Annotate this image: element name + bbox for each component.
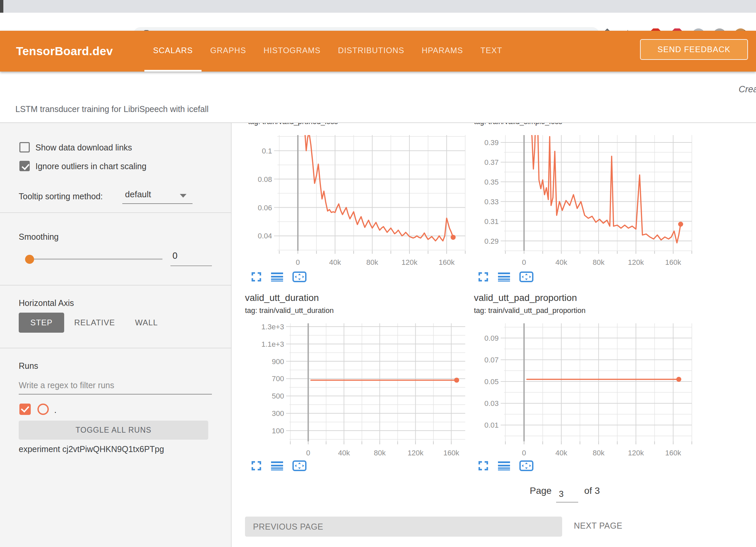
smoothing-value-input[interactable]: 0 [170, 250, 212, 266]
svg-text:0.35: 0.35 [484, 178, 499, 186]
fit-domain-icon[interactable] [292, 460, 306, 471]
svg-text:120k: 120k [401, 258, 418, 266]
settings-sidebar: Show data download links Ignore outliers… [0, 123, 232, 547]
svg-text:0: 0 [522, 449, 526, 457]
app-header: TensorBoard.dev SCALARSGRAPHSHISTOGRAMSD… [0, 31, 756, 72]
fit-domain-icon[interactable] [292, 271, 306, 282]
runs-filter-input[interactable]: Write a regex to filter runs [19, 379, 212, 395]
svg-text:80k: 80k [366, 258, 378, 266]
svg-text:0.01: 0.01 [484, 421, 499, 429]
run-color-circle-icon[interactable] [37, 404, 49, 415]
runs-label: Runs [19, 361, 38, 371]
show-download-links-checkbox[interactable] [19, 142, 30, 152]
chart2-toolbar [478, 271, 533, 282]
runs-filter-placeholder: Write a regex to filter runs [19, 380, 114, 390]
svg-text:120k: 120k [628, 258, 644, 266]
show-download-links-label: Show data download links [35, 143, 132, 152]
fit-domain-icon[interactable] [519, 460, 533, 471]
axis-step-button[interactable]: STEP [19, 313, 64, 333]
chart-valid-simple-loss[interactable]: 040k80k120k160k0.390.370.350.330.310.29 [504, 135, 692, 272]
tooltip-sorting-label: Tooltip sorting method: [19, 192, 103, 201]
chart4-toolbar [478, 460, 533, 471]
ignore-outliers-label: Ignore outliers in chart scaling [35, 161, 146, 171]
chart3-tag: tag: train/valid_utt_duration [245, 306, 334, 315]
svg-text:1.1e+3: 1.1e+3 [261, 340, 284, 348]
next-page-button[interactable]: NEXT PAGE [574, 521, 622, 531]
expand-chart-icon[interactable] [478, 272, 489, 282]
chart-canvas[interactable]: 040k80k120k160k0.10.080.060.04 [277, 135, 465, 271]
svg-text:80k: 80k [374, 449, 386, 457]
axis-relative-button[interactable]: RELATIVE [74, 313, 115, 333]
created-text-fragment: Crea [739, 84, 756, 95]
log-scale-icon[interactable] [498, 461, 510, 471]
svg-text:0.37: 0.37 [484, 158, 499, 167]
tab-graphs[interactable]: GRAPHS [202, 31, 255, 72]
toggle-all-runs-button[interactable]: TOGGLE ALL RUNS [19, 421, 208, 440]
svg-text:1.3e+3: 1.3e+3 [261, 323, 284, 331]
chart1-tag-clipped: tag: train/valid_pruned_loss [248, 123, 422, 132]
axis-wall-button[interactable]: WALL [135, 313, 158, 333]
sidebar-divider [0, 285, 232, 286]
svg-text:0.08: 0.08 [258, 175, 272, 184]
chart-canvas[interactable]: 040k80k120k160k1.3e+31.1e+39007005003001… [289, 323, 465, 461]
chart4-tag: tag: train/valid_utt_pad_proportion [474, 306, 586, 315]
svg-text:80k: 80k [593, 449, 605, 457]
svg-text:0.09: 0.09 [484, 334, 499, 342]
experiment-id-text: experiment cj2vtPiwQHKN9Q1tx6PTpg [19, 444, 164, 454]
svg-text:160k: 160k [665, 258, 681, 266]
svg-text:160k: 160k [438, 258, 455, 266]
page-number-input[interactable]: 3 [556, 487, 578, 503]
svg-text:0.06: 0.06 [258, 204, 272, 212]
tab-distributions[interactable]: DISTRIBUTIONS [329, 31, 413, 72]
chart-valid-pruned-loss[interactable]: 040k80k120k160k0.10.080.060.04 [277, 135, 465, 272]
expand-chart-icon[interactable] [478, 461, 489, 471]
svg-text:900: 900 [272, 357, 284, 366]
tab-hparams[interactable]: HPARAMS [413, 31, 472, 72]
browser-toolbar: ← → ↻ ⌂ tensorboard.dev/experiment/cj2vt… [0, 13, 756, 31]
log-scale-icon[interactable] [498, 272, 510, 282]
expand-chart-icon[interactable] [251, 272, 262, 282]
svg-text:0.39: 0.39 [484, 138, 499, 147]
tab-text[interactable]: TEXT [472, 31, 511, 72]
log-scale-icon[interactable] [271, 272, 283, 282]
tab-histograms[interactable]: HISTOGRAMS [255, 31, 329, 72]
chart-canvas[interactable]: 040k80k120k160k0.390.370.350.330.310.29 [504, 135, 692, 271]
tensorboard-page: ← → ↻ ⌂ tensorboard.dev/experiment/cj2vt… [0, 0, 756, 547]
svg-text:40k: 40k [555, 258, 568, 266]
run-name: . [54, 405, 56, 415]
svg-text:0.33: 0.33 [484, 198, 499, 206]
svg-text:700: 700 [272, 374, 284, 383]
chart-valid-utt-pad-proportion[interactable]: 040k80k120k160k0.090.070.050.030.01 [504, 323, 692, 463]
svg-text:120k: 120k [628, 449, 644, 457]
svg-text:160k: 160k [665, 449, 681, 457]
svg-text:0.04: 0.04 [258, 232, 272, 240]
svg-text:300: 300 [272, 409, 284, 418]
svg-text:0: 0 [296, 258, 300, 266]
send-feedback-button[interactable]: SEND FEEDBACK [640, 39, 748, 60]
chart-valid-utt-duration[interactable]: 040k80k120k160k1.3e+31.1e+39007005003001… [289, 323, 465, 463]
log-scale-icon[interactable] [271, 461, 283, 471]
chart-canvas[interactable]: 040k80k120k160k0.090.070.050.030.01 [504, 323, 692, 461]
svg-text:500: 500 [272, 392, 284, 400]
ignore-outliers-checkbox[interactable] [19, 161, 30, 171]
run-checkbox[interactable] [19, 404, 31, 415]
svg-text:100: 100 [272, 427, 284, 435]
fit-domain-icon[interactable] [519, 271, 533, 282]
svg-text:40k: 40k [338, 449, 350, 457]
previous-page-button[interactable]: PREVIOUS PAGE [245, 517, 562, 537]
smoothing-label: Smoothing [19, 232, 59, 242]
tooltip-sorting-select[interactable]: default [122, 189, 193, 204]
expand-chart-icon[interactable] [251, 461, 262, 471]
brand-logo[interactable]: TensorBoard.dev [16, 31, 113, 72]
svg-text:40k: 40k [329, 258, 341, 266]
chart1-toolbar [251, 271, 306, 282]
horizontal-axis-label: Horizontal Axis [19, 298, 74, 308]
tab-scalars[interactable]: SCALARS [144, 31, 202, 72]
chevron-down-icon [180, 194, 186, 198]
smoothing-slider-track[interactable] [33, 258, 162, 260]
svg-text:0.05: 0.05 [484, 377, 499, 386]
svg-text:80k: 80k [593, 258, 605, 266]
smoothing-slider-thumb[interactable] [25, 255, 34, 264]
svg-text:0: 0 [306, 449, 310, 457]
svg-text:160k: 160k [443, 449, 460, 457]
